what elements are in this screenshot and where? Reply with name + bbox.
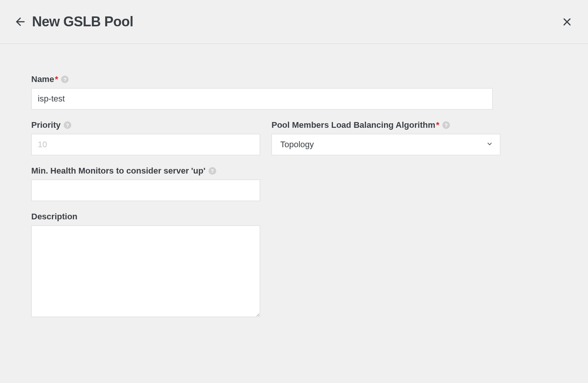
required-asterisk-icon: *: [436, 120, 439, 130]
header-left: New GSLB Pool: [14, 14, 133, 30]
description-textarea[interactable]: [31, 225, 260, 317]
help-icon[interactable]: ?: [61, 76, 69, 83]
required-asterisk-icon: *: [55, 74, 58, 84]
priority-input[interactable]: [31, 134, 260, 155]
algorithm-select[interactable]: Topology: [272, 134, 500, 155]
algorithm-selected-value: Topology: [280, 140, 314, 150]
min-monitors-label: Min. Health Monitors to consider server …: [31, 166, 260, 176]
priority-field-group: Priority ?: [31, 120, 260, 155]
algorithm-label: Pool Members Load Balancing Algorithm* ?: [272, 120, 500, 130]
name-field-group: Name* ?: [31, 74, 493, 109]
algorithm-field-group: Pool Members Load Balancing Algorithm* ?…: [272, 120, 500, 155]
min-monitors-input[interactable]: [31, 180, 260, 201]
help-icon[interactable]: ?: [209, 167, 216, 175]
page-title: New GSLB Pool: [32, 14, 133, 30]
description-field-group: Description: [31, 212, 260, 317]
description-label: Description: [31, 212, 260, 222]
algorithm-label-text: Pool Members Load Balancing Algorithm: [272, 120, 435, 130]
description-label-text: Description: [31, 212, 77, 222]
help-icon[interactable]: ?: [442, 121, 450, 129]
name-input[interactable]: [31, 88, 493, 109]
back-arrow-icon[interactable]: [14, 15, 27, 28]
min-monitors-label-text: Min. Health Monitors to consider server …: [31, 166, 206, 176]
min-monitors-field-group: Min. Health Monitors to consider server …: [31, 166, 260, 201]
priority-label: Priority ?: [31, 120, 260, 130]
form-body: Name* ? Priority ? Pool Members Load Bal…: [0, 44, 588, 343]
help-icon[interactable]: ?: [64, 121, 71, 129]
priority-label-text: Priority: [31, 120, 61, 130]
page-header: New GSLB Pool: [0, 0, 588, 44]
close-icon[interactable]: [561, 16, 573, 27]
name-label: Name* ?: [31, 74, 493, 84]
name-label-text: Name: [31, 74, 54, 84]
